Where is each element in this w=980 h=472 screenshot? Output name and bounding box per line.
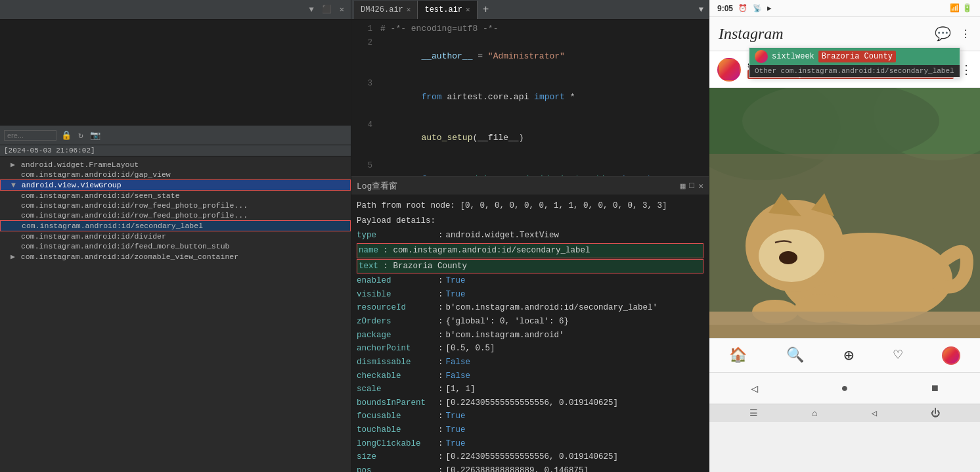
log-row-bounds: boundsInParent : [0.224305555555555556, … bbox=[357, 396, 703, 410]
log-row-checkable: checkable : False bbox=[357, 369, 703, 383]
tree-item-label: com.instagram.android:id/seen_state bbox=[21, 191, 180, 200]
log-row-pos: pos : [0.226388888888889, 0.146875] bbox=[357, 464, 703, 472]
close-icon[interactable]: ✕ bbox=[337, 3, 347, 16]
cast-icon: 📡 bbox=[753, 4, 762, 12]
play-icon: ▶ bbox=[767, 4, 772, 12]
tree-item-label: com.instagram.android:id/zoomable_view_c… bbox=[21, 252, 238, 261]
tab-dm426[interactable]: DM426.air ✕ bbox=[354, 1, 418, 19]
tree-item[interactable]: com.instagram.android:id/feed_more_butto… bbox=[0, 241, 351, 251]
status-right: 📶 🔋 bbox=[950, 3, 972, 13]
middle-panel: DM426.air ✕ test.air ✕ + ▼ 1 # -*- encod… bbox=[351, 0, 709, 472]
tree-item[interactable]: ▶ com.instagram.android:id/zoomable_view… bbox=[0, 251, 351, 262]
log-payload-label: Payload details: bbox=[357, 214, 703, 228]
alarm-icon: ⏰ bbox=[738, 4, 747, 12]
maximize-icon[interactable]: □ bbox=[689, 181, 694, 191]
tab-overflow-icon[interactable]: ▼ bbox=[696, 5, 706, 14]
recents-nav-icon[interactable]: ■ bbox=[931, 382, 939, 395]
tree-item[interactable]: com.instagram.android:id/row_feed_photo_… bbox=[0, 201, 351, 210]
dropdown-icon[interactable]: ▼ bbox=[307, 4, 317, 16]
tree-toolbar: 🔒 ↻ 📷 bbox=[0, 126, 351, 145]
tree-item-label: com.instagram.android:id/row_feed_photo_… bbox=[21, 201, 248, 210]
log-row-enabled: enabled : True bbox=[357, 274, 703, 288]
tree-content[interactable]: ▶ android.widget.FrameLayout com.instagr… bbox=[0, 156, 351, 309]
code-editor[interactable]: 1 # -*- encoding=utf8 -*- 2 __author__ =… bbox=[351, 20, 709, 176]
arrow-icon: ▶ bbox=[11, 252, 20, 261]
tree-item[interactable]: com.instagram.android:id/seen_state bbox=[0, 191, 351, 201]
log-row-resourceid: resourceId : b'com.instagram.android:id/… bbox=[357, 301, 703, 315]
more-options-icon[interactable]: ⋮ bbox=[960, 28, 971, 41]
search-nav-icon[interactable]: 🔍 bbox=[786, 346, 804, 364]
tooltip-overlay: sixtlweek Brazoria County Other com.inst… bbox=[749, 47, 960, 78]
left-toolbar: ▼ ⬛ ✕ bbox=[0, 0, 351, 20]
tooltip-username: sixtlweek bbox=[772, 52, 814, 61]
svg-point-10 bbox=[779, 251, 797, 264]
close-log-icon[interactable]: ✕ bbox=[698, 181, 703, 191]
tree-search-input[interactable] bbox=[4, 130, 56, 141]
lock-icon[interactable]: 🔒 bbox=[59, 129, 74, 142]
tree-timestamp: [2024-05-03 21:06:02] bbox=[0, 145, 351, 156]
filter-icon[interactable]: ▦ bbox=[680, 181, 686, 191]
profile-nav-avatar[interactable] bbox=[942, 346, 960, 365]
ig-bottom-nav: 🏠 🔍 ⊕ ♡ bbox=[709, 338, 980, 372]
instagram-header: Instagram 💬 ⋮ sixtlweek Brazoria County … bbox=[709, 17, 980, 51]
screenshot-icon[interactable]: 📷 bbox=[88, 129, 102, 142]
tree-item[interactable]: com.instagram.android:id/row_feed_photo_… bbox=[0, 210, 351, 220]
system-tray: ☰ ⌂ ◁ ⏻ bbox=[709, 404, 980, 422]
log-row-size: size : [0.224305555555555556, 0.01914062… bbox=[357, 450, 703, 464]
power-icon[interactable]: ⏻ bbox=[931, 408, 940, 419]
tooltip-avatar bbox=[755, 50, 768, 63]
direct-message-icon[interactable]: 💬 bbox=[935, 26, 951, 42]
code-line-3: 3 from airtest.core.api import * bbox=[351, 77, 709, 118]
refresh-icon[interactable]: ↻ bbox=[76, 129, 85, 142]
log-row-zorders: zOrders : {'global': 0, 'local': 6} bbox=[357, 315, 703, 329]
add-post-nav-icon[interactable]: ⊕ bbox=[844, 345, 855, 366]
dog-illustration bbox=[709, 88, 980, 338]
add-tab-icon[interactable]: + bbox=[480, 4, 492, 16]
log-panel: Log查看窗 ▦ □ ✕ Path from root node: [0, 0,… bbox=[351, 176, 709, 472]
post-avatar bbox=[717, 58, 741, 82]
log-path-line: Path from root node: [0, 0, 0, 0, 0, 0, … bbox=[357, 199, 703, 213]
tree-item[interactable]: com.instagram.android:id/divider bbox=[0, 231, 351, 241]
tree-item-label: com.instagram.android:id/feed_more_butto… bbox=[21, 242, 229, 250]
menu-icon[interactable]: ☰ bbox=[749, 408, 758, 419]
tab-test[interactable]: test.air ✕ bbox=[418, 1, 477, 19]
status-left: 9:05 ⏰ 📡 ▶ bbox=[717, 4, 772, 13]
tree-item-label: com.instagram.android:id/gap_view bbox=[21, 170, 171, 179]
code-line-5a: 5 from poco.drivers.android.uiautomation… bbox=[351, 159, 709, 176]
tree-item-label: com.instagram.android:id/divider bbox=[21, 232, 166, 241]
close-tab-icon[interactable]: ✕ bbox=[407, 5, 411, 14]
tree-item-label: android.view.ViewGroup bbox=[22, 181, 122, 189]
log-row-touchable: touchable : True bbox=[357, 423, 703, 437]
tree-item-label: com.instagram.android:id/row_feed_photo_… bbox=[21, 211, 248, 220]
likes-nav-icon[interactable]: ♡ bbox=[893, 346, 902, 364]
wifi-icon: 📶 bbox=[950, 3, 960, 13]
tab-bar: DM426.air ✕ test.air ✕ + ▼ bbox=[351, 0, 709, 20]
back-nav-icon[interactable]: ◁ bbox=[751, 381, 758, 396]
left-panel: ▼ ⬛ ✕ 🔒 ↻ 📷 [2024-05-03 21:06:02] ▶ andr… bbox=[0, 0, 351, 472]
svg-rect-14 bbox=[709, 325, 980, 338]
tree-item-secondary-label[interactable]: com.instagram.android:id/secondary_label bbox=[0, 220, 351, 231]
log-row-dismissable: dismissable : False bbox=[357, 356, 703, 369]
log-header: Log查看窗 ▦ □ ✕ bbox=[351, 177, 709, 195]
tooltip-box: sixtlweek Brazoria County Other com.inst… bbox=[749, 47, 960, 78]
close-tab-icon[interactable]: ✕ bbox=[466, 5, 470, 14]
tree-panel: 🔒 ↻ 📷 [2024-05-03 21:06:02] ▶ android.wi… bbox=[0, 125, 351, 309]
tab-label: DM426.air bbox=[361, 5, 403, 14]
home-nav-circle-icon[interactable]: ● bbox=[841, 382, 849, 395]
back-sys-icon[interactable]: ◁ bbox=[871, 408, 876, 419]
home-nav-icon[interactable]: 🏠 bbox=[729, 346, 747, 364]
tree-item[interactable]: com.instagram.android:id/gap_view bbox=[0, 170, 351, 179]
post-more-icon[interactable]: ⋮ bbox=[960, 62, 972, 77]
log-row-visible: visible : True bbox=[357, 288, 703, 302]
window-icon[interactable]: ⬛ bbox=[319, 3, 334, 16]
tree-item-viewgroup[interactable]: ▼ android.view.ViewGroup bbox=[0, 179, 351, 191]
log-content[interactable]: Path from root node: [0, 0, 0, 0, 0, 0, … bbox=[351, 195, 709, 472]
tree-item[interactable]: ▶ android.widget.FrameLayout bbox=[0, 159, 351, 170]
android-nav: ◁ ● ■ bbox=[709, 372, 980, 404]
log-row-anchorpoint: anchorPoint : [0.5, 0.5] bbox=[357, 342, 703, 356]
ig-header-icons: 💬 ⋮ bbox=[935, 26, 971, 42]
log-title: Log查看窗 bbox=[357, 180, 397, 192]
home-sys-icon[interactable]: ⌂ bbox=[812, 408, 817, 419]
tree-item-label: com.instagram.android:id/secondary_label bbox=[22, 222, 203, 230]
code-line-4: 4 auto_setup(__file__) bbox=[351, 118, 709, 159]
